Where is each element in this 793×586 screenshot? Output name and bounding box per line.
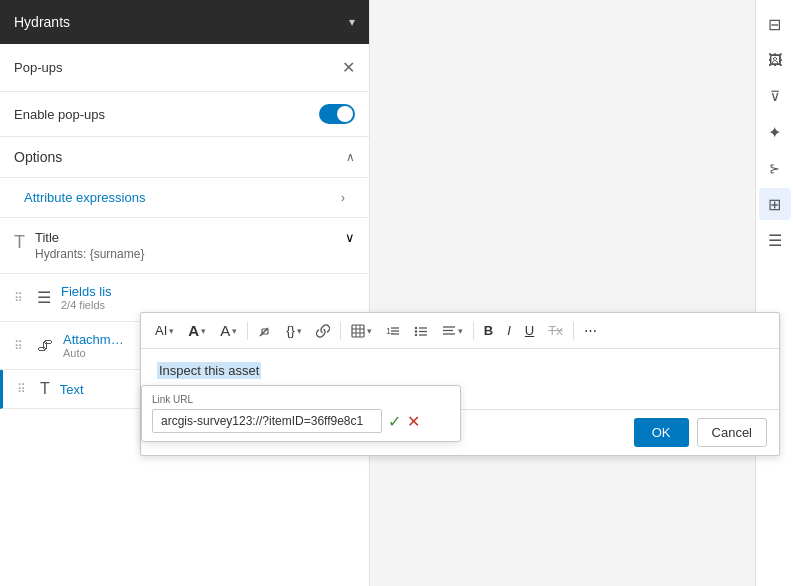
star-icon[interactable]: ✦ bbox=[759, 116, 791, 148]
link-confirm-icon[interactable]: ✓ bbox=[388, 412, 401, 431]
more-button[interactable]: ⋯ bbox=[578, 320, 603, 341]
popups-row: Pop-ups ✕ bbox=[0, 44, 369, 92]
highlighted-text: Inspect this asset bbox=[157, 362, 261, 379]
link-url-label: Link URL bbox=[152, 394, 450, 405]
link-url-input[interactable] bbox=[152, 409, 382, 433]
svg-point-12 bbox=[415, 333, 417, 335]
enable-popups-toggle[interactable] bbox=[319, 104, 355, 124]
attr-expr-label: Attribute expressions bbox=[24, 190, 145, 205]
sep-1 bbox=[247, 322, 248, 340]
popups-close-icon[interactable]: ✕ bbox=[342, 58, 355, 77]
align-button[interactable]: ▾ bbox=[436, 321, 469, 341]
fields-item-content: Fields lis 2/4 fields bbox=[61, 284, 355, 311]
funnel-icon[interactable]: ⊽ bbox=[759, 80, 791, 112]
ordered-list-button[interactable]: 1. bbox=[380, 321, 406, 341]
attachment-icon: 🖇 bbox=[37, 337, 53, 355]
editor-main: Inspect this asset Link URL ✓ ✕ OK Cance… bbox=[141, 349, 779, 455]
enable-popups-row: Enable pop-ups bbox=[0, 92, 369, 137]
text-icon: T bbox=[40, 380, 50, 398]
panel-title: Hydrants bbox=[14, 14, 70, 30]
font-size-button[interactable]: A ▾ bbox=[182, 319, 212, 342]
table-icon bbox=[351, 324, 365, 338]
options-row: Options ∧ bbox=[0, 137, 369, 178]
title-label: Title bbox=[35, 230, 144, 245]
eraser-icon bbox=[258, 324, 272, 338]
unordered-list-button[interactable] bbox=[408, 321, 434, 341]
svg-point-10 bbox=[415, 326, 417, 328]
sep-4 bbox=[573, 322, 574, 340]
code-button[interactable]: {} ▾ bbox=[280, 320, 308, 341]
bold-button[interactable]: B bbox=[478, 320, 499, 341]
cursor-icon[interactable]: ⊱ bbox=[759, 152, 791, 184]
svg-point-11 bbox=[415, 330, 417, 332]
ok-button[interactable]: OK bbox=[634, 418, 689, 447]
ordered-list-icon: 1. bbox=[386, 324, 400, 338]
popups-label: Pop-ups bbox=[14, 60, 62, 75]
fields-item-title: Fields lis bbox=[61, 284, 355, 299]
eraser-button[interactable] bbox=[252, 321, 278, 341]
ai-button[interactable]: AI ▾ bbox=[149, 320, 180, 341]
left-panel: Hydrants ▾ Pop-ups ✕ Enable pop-ups Opti… bbox=[0, 0, 370, 586]
svg-rect-1 bbox=[352, 325, 364, 337]
link-popup: Link URL ✓ ✕ bbox=[141, 385, 461, 442]
italic-button[interactable]: I bbox=[501, 320, 517, 341]
font-color-button[interactable]: A ▾ bbox=[214, 319, 243, 342]
link-icon bbox=[316, 324, 330, 338]
sep-3 bbox=[473, 322, 474, 340]
right-toolbar: ⊟ 🖼 ⊽ ✦ ⊱ ⊞ ☰ bbox=[755, 0, 793, 586]
menu-icon[interactable]: ☰ bbox=[759, 224, 791, 256]
options-label: Options bbox=[14, 149, 62, 165]
title-type-icon: T bbox=[14, 232, 25, 253]
enable-popups-label: Enable pop-ups bbox=[14, 107, 105, 122]
attr-expr-row[interactable]: Attribute expressions › bbox=[0, 178, 369, 218]
table-button[interactable]: ▾ bbox=[345, 321, 378, 341]
title-row: T Title Hydrants: {surname} ∨ bbox=[0, 218, 369, 274]
drag-handle-icon-3[interactable]: ⠿ bbox=[17, 382, 26, 396]
align-icon bbox=[442, 324, 456, 338]
title-value: Hydrants: {surname} bbox=[35, 247, 144, 261]
drag-handle-icon-2[interactable]: ⠿ bbox=[14, 339, 23, 353]
panel-chevron-icon[interactable]: ▾ bbox=[349, 15, 355, 29]
drag-handle-icon[interactable]: ⠿ bbox=[14, 291, 23, 305]
options-chevron-icon[interactable]: ∧ bbox=[346, 150, 355, 164]
title-info: Title Hydrants: {surname} bbox=[35, 230, 144, 261]
filter-icon[interactable]: ⊟ bbox=[759, 8, 791, 40]
editor-toolbar: AI ▾ A ▾ A ▾ {} ▾ bbox=[141, 313, 779, 349]
fields-list-icon: ☰ bbox=[37, 288, 51, 307]
strikethrough-button[interactable]: Tx bbox=[542, 320, 568, 341]
link-cancel-icon[interactable]: ✕ bbox=[407, 412, 420, 431]
editor-overlay: AI ▾ A ▾ A ▾ {} ▾ bbox=[140, 312, 780, 456]
image-icon[interactable]: 🖼 bbox=[759, 44, 791, 76]
link-input-row: ✓ ✕ bbox=[152, 409, 450, 433]
sep-2 bbox=[340, 322, 341, 340]
attr-expr-chevron-icon: › bbox=[341, 191, 345, 205]
underline-button[interactable]: U bbox=[519, 320, 540, 341]
editor-content[interactable]: Inspect this asset Link URL ✓ ✕ bbox=[141, 349, 779, 409]
panel-header: Hydrants ▾ bbox=[0, 0, 369, 44]
title-left: T Title Hydrants: {surname} bbox=[14, 230, 144, 261]
unordered-list-icon bbox=[414, 324, 428, 338]
fields-item-sub: 2/4 fields bbox=[61, 299, 355, 311]
layer-icon[interactable]: ⊞ bbox=[759, 188, 791, 220]
title-chevron-icon[interactable]: ∨ bbox=[345, 230, 355, 245]
link-button[interactable] bbox=[310, 321, 336, 341]
cancel-button[interactable]: Cancel bbox=[697, 418, 767, 447]
